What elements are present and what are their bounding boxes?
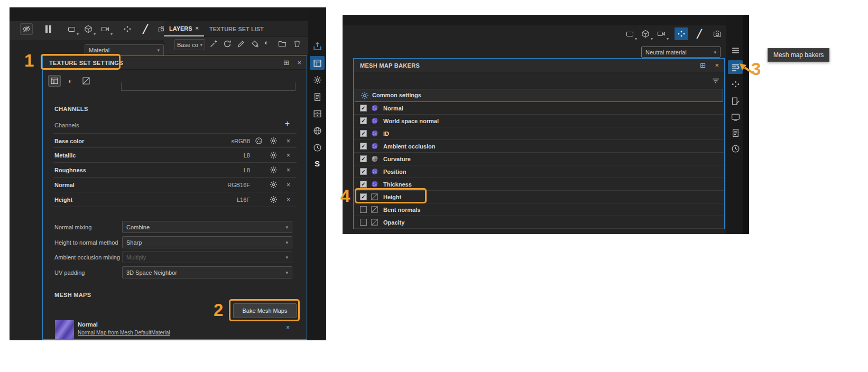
- baker-checkbox[interactable]: ✓: [360, 117, 367, 124]
- fill-button[interactable]: [251, 40, 259, 48]
- camera-view-tool-button[interactable]: ▾: [654, 27, 668, 40]
- pencil-button[interactable]: [237, 40, 245, 48]
- panel-tab-bar: LAYERS × TEXTURE SET LIST: [164, 21, 308, 37]
- tab-settings-general[interactable]: [48, 75, 61, 87]
- gear-icon[interactable]: [270, 196, 278, 203]
- particles-tool-button[interactable]: [675, 27, 688, 40]
- close-icon[interactable]: ×: [287, 182, 290, 188]
- blend-mode-dropdown[interactable]: Base co ▾: [174, 39, 205, 50]
- baker-row[interactable]: ✓ Normal: [354, 102, 724, 115]
- close-icon[interactable]: ×: [287, 138, 290, 144]
- baker-icon: [371, 218, 378, 226]
- baker-row[interactable]: Opacity: [354, 216, 724, 229]
- geometry-tool-button[interactable]: ▾: [639, 27, 652, 40]
- camera-capture-button[interactable]: [710, 27, 724, 40]
- setting-label: UV padding: [54, 269, 85, 276]
- baker-checkbox[interactable]: ✓: [360, 105, 367, 111]
- highlight-step2: [229, 299, 300, 321]
- particles-panel-button[interactable]: [728, 77, 743, 91]
- close-icon[interactable]: ×: [287, 167, 290, 173]
- material-value: Neutral material: [645, 49, 687, 55]
- common-settings-row[interactable]: Common settings: [355, 89, 723, 102]
- gear-icon[interactable]: [270, 151, 278, 159]
- shader-settings-button[interactable]: [310, 90, 325, 104]
- display-settings-button[interactable]: [310, 73, 325, 87]
- close-icon[interactable]: ×: [715, 61, 719, 69]
- brush-tool-button[interactable]: ╱: [138, 23, 152, 35]
- gear-icon[interactable]: [270, 166, 278, 174]
- baker-name: Position: [383, 169, 406, 175]
- notes-button[interactable]: [728, 94, 743, 108]
- material-dropdown[interactable]: Neutral material ▾: [641, 46, 721, 58]
- baker-checkbox[interactable]: ✓: [360, 143, 367, 150]
- export-button[interactable]: [310, 39, 325, 53]
- shelf-button[interactable]: [310, 107, 325, 120]
- viewer-button[interactable]: [310, 124, 325, 137]
- toggle-visibility-button[interactable]: [20, 23, 33, 35]
- baker-row[interactable]: Bent normals: [354, 203, 724, 216]
- baker-checkbox[interactable]: [360, 206, 367, 213]
- filter-button[interactable]: [712, 77, 720, 85]
- baker-icon: [371, 180, 378, 188]
- movie-camera-icon: [657, 30, 666, 38]
- rectangle-tool-button[interactable]: ▾: [623, 27, 636, 40]
- normal-map-thumbnail: [55, 320, 74, 339]
- tab-layers[interactable]: LAYERS ×: [164, 21, 204, 36]
- list-icon: [731, 46, 740, 55]
- add-channel-button[interactable]: +: [285, 119, 290, 128]
- gear-icon[interactable]: [270, 181, 278, 189]
- baker-checkbox[interactable]: ✓: [360, 155, 367, 162]
- close-icon[interactable]: ×: [196, 25, 199, 31]
- baker-checkbox[interactable]: ✓: [360, 130, 367, 137]
- mesh-maps-heading: MESH MAPS: [54, 292, 91, 298]
- baker-row[interactable]: ✓ Curvature: [354, 153, 724, 165]
- baker-row[interactable]: ✓ Ambient occlusion: [354, 140, 724, 153]
- dock-icon[interactable]: ⊞: [700, 61, 706, 69]
- half-circle-icon: ◐: [264, 39, 269, 46]
- height-to-normal-dropdown[interactable]: Sharp ▾: [122, 236, 292, 248]
- baker-row[interactable]: ✓ Position: [354, 165, 724, 178]
- uv-padding-dropdown[interactable]: 3D Space Neighbor ▾: [122, 266, 292, 278]
- refresh-button[interactable]: [223, 40, 232, 48]
- filter-icon: [712, 77, 720, 85]
- cube-icon: [641, 30, 650, 38]
- texture-set-list-button[interactable]: [728, 43, 743, 57]
- folder-button[interactable]: [278, 40, 287, 48]
- baker-checkbox[interactable]: [360, 219, 367, 226]
- history-button[interactable]: [310, 141, 325, 154]
- rectangle-tool-button[interactable]: ▾: [64, 23, 78, 35]
- tab-texture-set-list[interactable]: TEXTURE SET LIST: [204, 21, 269, 36]
- baker-checkbox[interactable]: ✓: [360, 168, 367, 175]
- pause-icon[interactable]: [45, 25, 51, 33]
- normal-mixing-dropdown[interactable]: Combine ▾: [122, 221, 292, 233]
- blend-mode-value: Base co: [177, 42, 198, 48]
- display-settings-button[interactable]: [728, 110, 743, 124]
- particles-tool-button[interactable]: [121, 23, 134, 35]
- texture-set-settings-button[interactable]: [310, 56, 325, 70]
- close-icon[interactable]: ×: [287, 197, 290, 203]
- baker-row[interactable]: ✓ ID: [354, 127, 724, 140]
- geometry-tool-button[interactable]: ▾: [81, 23, 95, 35]
- chevron-down-icon: ▾: [285, 240, 288, 245]
- brush-tool-button[interactable]: ╱: [692, 27, 706, 40]
- history-button[interactable]: [728, 142, 743, 155]
- gear-icon[interactable]: [270, 137, 278, 145]
- baker-checkbox[interactable]: ✓: [360, 181, 367, 188]
- delete-button[interactable]: [293, 40, 301, 48]
- close-icon[interactable]: ×: [297, 59, 301, 67]
- mask-button[interactable]: ◐: [264, 39, 269, 46]
- material-value: Material: [89, 47, 109, 53]
- camera-view-tool-button[interactable]: ▾: [98, 23, 112, 35]
- wand-button[interactable]: [209, 40, 218, 48]
- tab-label: TEXTURE SET LIST: [209, 26, 264, 32]
- close-icon[interactable]: ×: [286, 324, 290, 331]
- tab-settings-channels[interactable]: ◐: [64, 75, 77, 87]
- chevron-down-icon: ▾: [157, 48, 160, 53]
- baker-name: Bent normals: [383, 207, 420, 213]
- log-button[interactable]: [728, 126, 743, 140]
- close-icon[interactable]: ×: [287, 152, 290, 159]
- tab-settings-mesh[interactable]: [80, 75, 93, 87]
- setting-label: Ambient occlusion mixing: [54, 254, 120, 261]
- dock-icon[interactable]: ⊞: [283, 59, 289, 67]
- baker-row[interactable]: ✓ World space normal: [354, 115, 724, 127]
